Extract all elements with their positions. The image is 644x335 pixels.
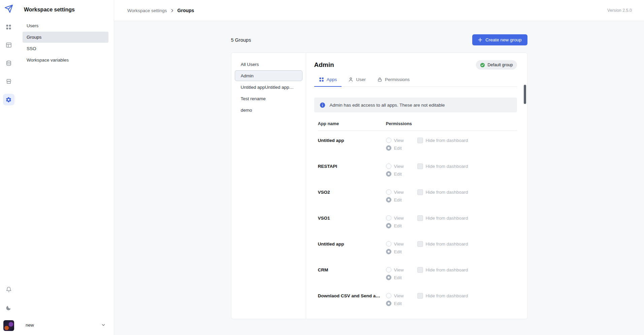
sidebar-item-label: Users [27,23,38,28]
database-icon[interactable] [3,58,14,69]
sidebar-item-groups[interactable]: Groups [23,32,108,43]
group-list-item[interactable]: demo [235,105,302,115]
app-name: VSO1 [318,215,386,228]
edit-radio[interactable]: Edit [386,275,417,280]
version-label: Version 2.5.0 [607,8,632,13]
edit-radio[interactable]: Edit [386,171,417,177]
view-radio[interactable]: View [386,138,417,143]
view-label: View [394,241,404,247]
app-name: Untitled app [318,241,386,254]
radio-checked-icon [386,223,391,228]
edit-radio[interactable]: Edit [386,145,417,151]
create-new-group-button[interactable]: Create new group [472,34,527,45]
hide-from-dashboard-checkbox[interactable]: Hide from dashboard [417,293,468,299]
groups-count: 5 Groups [231,37,251,43]
scrollbar-thumb[interactable] [524,85,526,104]
workspace-switcher[interactable]: new [23,319,108,331]
hide-from-dashboard-checkbox[interactable]: Hide from dashboard [417,267,468,273]
sidebar-item-label: Groups [27,35,41,40]
edit-radio[interactable]: Edit [386,197,417,202]
tab-icon [319,77,324,82]
tab-label: Permissions [385,77,410,82]
groups-card: All Users Admin Untitled appUntitled app… [231,52,527,319]
checkbox-icon [417,138,423,143]
group-list-item[interactable]: Test rename [235,93,302,104]
radio-unchecked-icon [386,163,391,169]
view-label: View [394,216,404,221]
radio-checked-icon [386,275,391,280]
breadcrumb-parent[interactable]: Workspace settings [127,8,167,13]
hide-from-dashboard-label: Hide from dashboard [426,216,468,221]
hide-from-dashboard-checkbox[interactable]: Hide from dashboard [417,138,468,143]
tab-label: Apps [327,77,337,82]
hide-from-dashboard-checkbox[interactable]: Hide from dashboard [417,241,468,247]
apps-table-body: Untitled app View Edit Hide from dashboa… [318,131,517,312]
edit-radio[interactable]: Edit [386,301,417,306]
settings-gear-icon[interactable] [3,94,14,105]
tab-icon [348,77,353,82]
app-name: RESTAPI [318,163,386,177]
checkbox-icon [417,293,423,299]
radio-unchecked-icon [386,189,391,195]
view-radio[interactable]: View [386,215,417,221]
edit-label: Edit [394,275,402,280]
app-logo-icon[interactable] [4,4,13,13]
radio-unchecked-icon [386,267,391,272]
edit-label: Edit [394,172,402,177]
marketplace-icon[interactable] [3,76,14,87]
radio-checked-icon [386,249,391,254]
radio-checked-icon [386,197,391,202]
user-avatar[interactable] [3,320,14,331]
apps-icon[interactable] [3,21,14,33]
tab-icon [377,77,382,82]
sidebar-item-workspace-variables[interactable]: Workspace variables [23,54,108,66]
checkbox-icon [417,189,423,195]
tab-permissions[interactable]: Permissions [373,74,415,87]
info-icon [320,102,325,108]
tab-apps[interactable]: Apps [314,74,342,87]
apps-table-header: App name Permissions [318,121,517,131]
radio-unchecked-icon [386,241,391,247]
app-permission-row: VSO1 View Edit Hide from dashboard [318,209,517,234]
view-radio[interactable]: View [386,267,417,272]
hide-from-dashboard-label: Hide from dashboard [426,293,468,298]
chevron-right-icon [170,9,174,12]
edit-radio[interactable]: Edit [386,223,417,228]
radio-unchecked-icon [386,215,391,221]
view-label: View [394,190,404,195]
main-area: Workspace settings Groups Version 2.5.0 … [114,0,644,335]
tab-user[interactable]: User [344,74,371,87]
default-group-badge: Default group [476,60,517,70]
chevron-down-icon [101,323,105,327]
topbar: Workspace settings Groups Version 2.5.0 [114,0,644,21]
info-banner: Admin has edit access to all apps. These… [314,98,517,112]
plus-icon [478,38,482,42]
check-circle-icon [480,63,485,68]
app-name: Untitled app [318,138,386,151]
hide-from-dashboard-checkbox[interactable]: Hide from dashboard [417,163,468,169]
view-radio[interactable]: View [386,163,417,169]
group-item-label: Admin [241,73,254,78]
group-list-item[interactable]: All Users [235,59,302,70]
group-item-label: Untitled appUntitled appUntitle… [241,85,296,90]
view-radio[interactable]: View [386,241,417,247]
dark-mode-moon-icon[interactable] [3,302,14,313]
edit-radio[interactable]: Edit [386,249,417,254]
notifications-bell-icon[interactable] [3,284,14,295]
hide-from-dashboard-label: Hide from dashboard [426,164,468,169]
sidebar-item-sso[interactable]: SSO [23,43,108,54]
permissions-header: Permissions [386,121,412,126]
app-permission-row: CRM View Edit Hide from dashboard [318,260,517,286]
layout-icon[interactable] [3,39,14,51]
hide-from-dashboard-checkbox[interactable]: Hide from dashboard [417,215,468,221]
breadcrumb-current: Groups [178,8,194,13]
group-list-item[interactable]: Admin [235,70,302,81]
sidebar-item-users[interactable]: Users [23,20,108,31]
view-label: View [394,293,404,298]
view-radio[interactable]: View [386,293,417,298]
group-list-item[interactable]: Untitled appUntitled appUntitle… [235,82,302,92]
hide-from-dashboard-checkbox[interactable]: Hide from dashboard [417,189,468,195]
group-title: Admin [314,61,334,69]
workspace-name: new [26,323,34,328]
view-radio[interactable]: View [386,189,417,195]
